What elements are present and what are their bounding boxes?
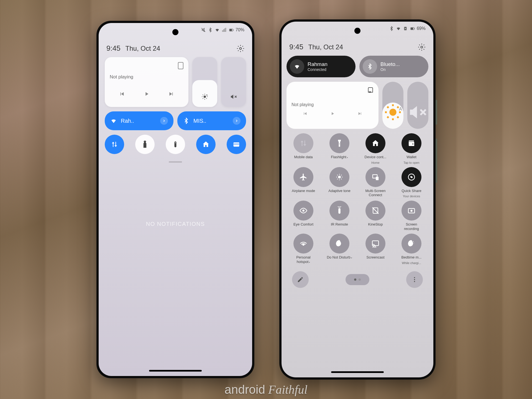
tile-personal-hotspot[interactable]: Personal hotspot▾	[287, 234, 320, 265]
wifi-icon	[110, 117, 117, 124]
tile-wallet[interactable]: Wallet Tap to open	[395, 133, 428, 164]
tile-flashlight[interactable]: Flashlight▾	[323, 133, 356, 164]
qs-grid: Mobile data Flashlight▾ Device cont... H…	[282, 133, 433, 265]
brightness-icon: A	[201, 93, 208, 100]
volume-slider[interactable]	[407, 82, 428, 129]
bluetooth-pill[interactable]: MIS..	[177, 111, 246, 130]
svg-rect-1	[230, 29, 232, 31]
volume-mute-icon	[407, 102, 428, 123]
next-icon[interactable]	[357, 111, 362, 116]
tile-quick-share[interactable]: Quick Share Your devices	[395, 167, 428, 198]
media-card[interactable]: Not playing	[287, 82, 378, 129]
tile-airplane-mode[interactable]: Airplane mode	[287, 167, 320, 198]
wifi-tile[interactable]: RahmanConnected	[287, 56, 355, 77]
wifi-icon	[396, 26, 401, 31]
time: 9:45	[106, 44, 121, 53]
screen-right: 69% 9:45 Thu, Oct 24 RahmanConnected Blu…	[282, 22, 433, 377]
signal-icon	[222, 27, 227, 32]
svg-rect-12	[411, 28, 413, 30]
date-time[interactable]: 9:45 Thu, Oct 24	[289, 43, 343, 51]
tile-ir-remote[interactable]: IR Remote	[323, 201, 356, 231]
chevron-right-icon[interactable]	[160, 117, 168, 125]
svg-point-32	[414, 277, 415, 278]
media-card[interactable]: Not playing	[105, 57, 188, 107]
bluetooth-icon	[208, 27, 213, 32]
svg-point-15	[389, 109, 396, 116]
svg-point-29	[372, 247, 374, 248]
bt-name: Blueto...	[380, 61, 400, 67]
date: Thu, Oct 24	[126, 45, 160, 52]
svg-point-34	[414, 281, 415, 282]
tile-device-cont-[interactable]: Device cont... Home	[359, 133, 392, 164]
bluetooth-tile[interactable]: Blueto...On	[359, 56, 428, 77]
brightness-slider[interactable]: A	[382, 82, 403, 129]
volume-slider[interactable]	[221, 57, 246, 107]
svg-point-4	[204, 96, 206, 98]
date-time[interactable]: 9:45 Thu, Oct 24	[106, 44, 160, 53]
prev-icon[interactable]	[119, 91, 125, 97]
tile-mobile-data[interactable]: Mobile data	[287, 133, 320, 164]
svg-text:A: A	[399, 107, 402, 111]
wallet-toggle[interactable]	[227, 135, 246, 154]
nav-bar[interactable]	[149, 370, 202, 372]
flashlight-toggle[interactable]	[135, 135, 155, 154]
camera-cutout	[172, 29, 178, 35]
cast-icon[interactable]	[367, 87, 374, 93]
mobile-data-toggle[interactable]	[105, 135, 124, 154]
tile-do-not-disturb[interactable]: Do Not Disturb▾	[323, 234, 356, 265]
svg-rect-6	[175, 142, 177, 147]
prev-icon[interactable]	[303, 111, 308, 116]
tile-screencast[interactable]: Screencast	[359, 234, 392, 265]
tile-bedtime-m-[interactable]: Bedtime m... While chargi...	[395, 234, 428, 265]
battery-icon	[410, 26, 415, 31]
svg-rect-9	[234, 144, 239, 144]
watermark: android Faithful	[224, 383, 308, 397]
media-status: Not playing	[291, 102, 374, 107]
svg-point-27	[410, 210, 413, 212]
date: Thu, Oct 24	[308, 43, 343, 51]
svg-point-7	[175, 142, 176, 143]
qs-footer	[282, 265, 433, 288]
status-bar: 69%	[389, 26, 426, 31]
battery-icon	[229, 27, 234, 32]
play-icon[interactable]	[330, 111, 335, 116]
phone-right: 69% 9:45 Thu, Oct 24 RahmanConnected Blu…	[279, 19, 436, 380]
svg-rect-8	[234, 142, 239, 147]
svg-point-14	[421, 46, 423, 48]
svg-rect-13	[414, 28, 415, 29]
more-button[interactable]	[406, 271, 423, 288]
nav-bar[interactable]	[331, 371, 384, 373]
battery-pct: 69%	[417, 26, 426, 31]
next-icon[interactable]	[168, 91, 174, 97]
bluetooth-icon	[363, 59, 377, 74]
brightness-icon: A	[382, 102, 403, 123]
no-notifications-label: NO NOTIFICATIONS	[99, 221, 252, 227]
tile-adaptive-tone[interactable]: Adaptive tone	[323, 167, 356, 198]
status-bar: 70%	[201, 27, 244, 32]
home-toggle[interactable]	[196, 135, 216, 154]
tile-screen-recording[interactable]: Screen recording	[395, 201, 428, 231]
bt-status: On	[380, 67, 400, 72]
settings-icon[interactable]	[237, 45, 244, 52]
edit-button[interactable]	[292, 271, 309, 288]
svg-point-30	[413, 241, 414, 242]
chevron-right-icon[interactable]	[233, 117, 241, 125]
settings-icon[interactable]	[418, 43, 426, 51]
tile-kinestop[interactable]: KineStop	[359, 201, 392, 231]
brightness-slider[interactable]: A	[192, 57, 217, 107]
svg-rect-21	[376, 177, 378, 180]
remote-toggle[interactable]	[166, 135, 185, 154]
drag-handle[interactable]	[169, 161, 182, 163]
battery-pct: 70%	[236, 27, 244, 32]
play-icon[interactable]	[144, 91, 150, 97]
wifi-icon	[215, 27, 220, 32]
tile-eye-comfort[interactable]: Eye Comfort	[287, 201, 320, 231]
volume-mute-icon	[230, 93, 237, 100]
svg-rect-28	[372, 241, 379, 246]
wifi-label: Rah..	[121, 118, 156, 124]
wifi-name: Rahman	[308, 61, 328, 67]
page-indicator[interactable]	[346, 274, 369, 285]
tile-multi-screen-connect[interactable]: Multi-Screen Connect	[359, 167, 392, 198]
wifi-pill[interactable]: Rah..	[105, 111, 173, 130]
screen-left: 70% 9:45 Thu, Oct 24 Not playing	[99, 23, 252, 376]
